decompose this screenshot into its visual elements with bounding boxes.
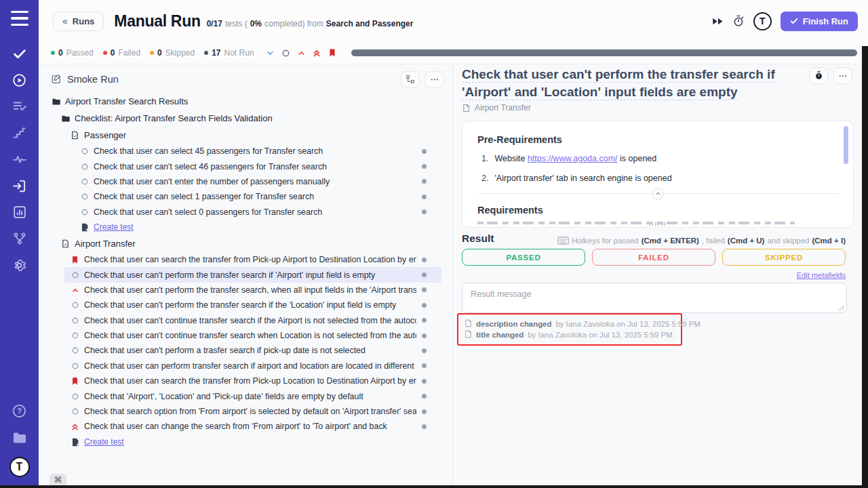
run-progress-summary: 0/17 tests ( 0% completed) from Search a… — [207, 14, 414, 28]
status-dot-icon — [204, 51, 208, 55]
test-row[interactable]: Check that user can't perform the transf… — [64, 283, 441, 298]
suite-breadcrumb[interactable]: Airport Transfer — [462, 103, 531, 113]
chevron-up-icon — [655, 191, 660, 197]
tree-folder-row[interactable]: Airport Transfer Search Results — [45, 93, 441, 110]
status-dot — [422, 424, 427, 429]
fast-forward-icon — [712, 17, 724, 26]
nav-import-button[interactable] — [12, 178, 28, 193]
tree-label: Airport Transfer — [75, 239, 441, 249]
timer-button[interactable] — [732, 15, 745, 27]
nav-checkmark-button[interactable] — [12, 46, 28, 61]
card-scrollbar[interactable] — [844, 126, 848, 164]
create-test-link[interactable]: Create test — [64, 434, 441, 450]
result-message-input[interactable] — [462, 283, 847, 313]
test-row[interactable]: Check that user can search the transfer … — [64, 373, 441, 388]
test-row[interactable]: Check that user can't continue transfer … — [64, 328, 441, 343]
tree-label: Check that 'Airport', 'Location' and 'Pi… — [84, 392, 416, 401]
file-icon — [462, 104, 471, 113]
test-row[interactable]: Check that user can select 1 passenger f… — [74, 189, 441, 204]
branch-icon — [12, 231, 27, 246]
projects-button[interactable] — [12, 430, 28, 446]
tree-label: Check that user can't perform the transf… — [84, 285, 416, 295]
nav-reports-button[interactable] — [12, 205, 28, 220]
priority-lowest-icon[interactable] — [265, 48, 275, 58]
tree-label: Check that user can't enter the number o… — [94, 177, 416, 186]
group-by-tree-button[interactable] — [401, 71, 420, 88]
command-shortcut-button[interactable]: ⌘ — [50, 474, 66, 485]
hotkeys-hint: Hotkeys for passed (Cmd + ENTER) , faile… — [557, 237, 846, 245]
menu-icon[interactable] — [11, 11, 28, 26]
test-row[interactable]: Check that user can change the search fr… — [64, 419, 441, 434]
result-buttons: PASSED FAILED SKIPPED — [462, 249, 846, 266]
tree-file-row[interactable]: Passenger — [64, 127, 441, 144]
svg-text:?: ? — [17, 407, 22, 415]
back-label: Runs — [73, 16, 95, 26]
test-row[interactable]: Check that user can't enter the number o… — [74, 174, 441, 189]
priority-high-icon[interactable] — [296, 48, 307, 58]
status-dot-icon — [150, 51, 154, 55]
test-timer-button[interactable] — [809, 67, 828, 84]
test-row[interactable]: Check that user can't select 0 passenger… — [74, 205, 441, 220]
question-circle-icon: ? — [12, 403, 27, 419]
sidebar-nav — [12, 46, 28, 272]
edit-metafields-link[interactable]: Edit metafields — [797, 271, 846, 279]
tree-folder-row[interactable]: Checklist: Airport Transfer Search Field… — [55, 110, 441, 127]
app-window: ? T « Runs Manual Run 0/17 tests ( 0% co… — [0, 0, 868, 488]
collapse-handle[interactable] — [652, 188, 664, 199]
card-resize-handle[interactable] — [649, 222, 667, 226]
run-list-actions: ⋯ — [401, 71, 444, 88]
fast-forward-button[interactable] — [712, 17, 724, 26]
test-row[interactable]: Check that user can select 45 passengers… — [74, 144, 441, 159]
test-row[interactable]: Check that user can't perform the transf… — [64, 298, 441, 312]
back-to-runs-button[interactable]: « Runs — [53, 12, 104, 31]
tree-label: Check that user can search the transfer … — [84, 255, 416, 264]
nav-settings-button[interactable] — [12, 258, 28, 272]
circle-icon — [70, 346, 80, 356]
tree-label: Check that user can search the transfer … — [84, 376, 416, 386]
create-test-link[interactable]: Create test — [74, 220, 441, 235]
test-row[interactable]: Check that 'Airport', 'Location' and 'Pi… — [64, 388, 441, 403]
gear-icon — [12, 258, 27, 273]
nav-checklist-button[interactable] — [12, 99, 28, 114]
test-more-button[interactable]: ⋯ — [833, 67, 852, 84]
priority-filters — [265, 48, 338, 58]
priority-critical-flag-icon[interactable] — [328, 48, 338, 58]
external-link[interactable]: https://www.agoda.com/ — [528, 154, 618, 163]
pre-requirements-list: 1.Website https://www.agoda.com/ is open… — [477, 154, 838, 183]
circle-icon — [70, 270, 80, 280]
status-counts: 0Passed0Failed0Skipped17Not Run — [51, 48, 260, 58]
priority-normal-icon[interactable] — [281, 48, 291, 58]
test-row[interactable]: Check that user can't perform the transf… — [64, 267, 441, 282]
check-icon — [790, 17, 798, 25]
run-list-more-button[interactable]: ⋯ — [425, 71, 444, 88]
nav-branch-button[interactable] — [12, 231, 28, 246]
test-row[interactable]: Check that search option from 'From airp… — [64, 404, 441, 419]
tree-label: Check that user can perform transfer sea… — [84, 361, 416, 371]
finish-run-button[interactable]: Finish Run — [781, 12, 858, 31]
help-button[interactable]: ? — [12, 403, 27, 419]
nav-steps-button[interactable] — [12, 125, 28, 140]
workspace-avatar[interactable]: T — [9, 457, 30, 477]
test-title[interactable]: Check that user can't perform the transf… — [462, 66, 820, 100]
folder-icon — [12, 430, 28, 446]
test-row[interactable]: Check that user can't select 46 passenge… — [74, 159, 441, 174]
priority-highest-icon[interactable] — [312, 48, 322, 58]
test-row[interactable]: Check that user can't perform a trasfer … — [64, 343, 441, 358]
test-row[interactable]: Check that user can search the transfer … — [64, 252, 441, 267]
user-avatar[interactable]: T — [753, 12, 772, 30]
failed-button[interactable]: FAILED — [592, 249, 715, 266]
skipped-button[interactable]: SKIPPED — [722, 249, 846, 266]
test-row[interactable]: Check that user can perform transfer sea… — [64, 359, 441, 373]
nav-play-button[interactable] — [12, 73, 28, 87]
requirements-heading: Requirements — [477, 205, 838, 216]
ellipsis-icon: ⋯ — [839, 72, 848, 80]
tree-file-row[interactable]: Airport Transfer — [55, 235, 441, 252]
window-scrollbar-track[interactable] — [862, 46, 868, 488]
nav-activity-button[interactable] — [12, 152, 28, 167]
test-row[interactable]: Check that user can't continue transfer … — [64, 313, 441, 328]
passed-button[interactable]: PASSED — [462, 249, 585, 266]
percent-complete: 0% — [250, 19, 262, 28]
file-icon — [60, 239, 71, 249]
checkmark-icon — [12, 46, 27, 61]
status-dot — [422, 318, 427, 323]
